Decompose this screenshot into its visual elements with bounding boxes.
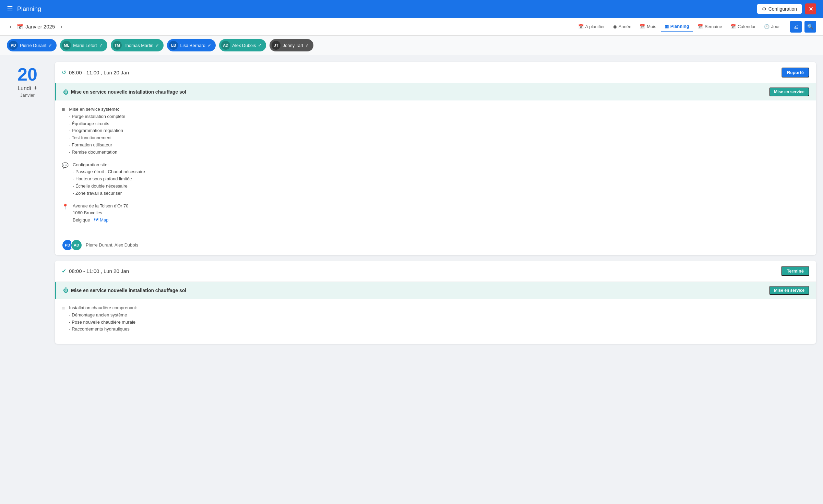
day-month: Janvier (7, 93, 48, 98)
planning-grid-icon: ▦ (665, 24, 669, 29)
tab-jour[interactable]: 🕐 Jour (761, 22, 783, 31)
clock-refresh-icon: ↺ (62, 69, 66, 76)
user-chip-pierre-durant[interactable]: PD Pierre Durant ✓ (7, 39, 57, 51)
map-icon: 🗺 (94, 217, 98, 224)
tab-calendar[interactable]: 📅 Calendar (727, 22, 759, 31)
avatar-ad: AD (71, 239, 82, 251)
month-label: Janvier 2025 (25, 24, 55, 29)
tab-mois[interactable]: 📅 Mois (636, 22, 659, 31)
card-header-2: ✔ 08:00 - 11:00 , Lun 20 Jan Terminé (55, 261, 816, 282)
service-row-2: ⏻ Mise en service nouvelle installation … (55, 282, 816, 299)
user-chip-label-marie: Marie Lefort (73, 43, 97, 48)
main-content: 20 Lundi + Janvier ↺ 08:00 - 11:00 , Lun… (0, 55, 823, 351)
service-name-2: Mise en service nouvelle installation ch… (71, 288, 186, 293)
card-time-label-1: 08:00 - 11:00 , Lun 20 Jan (69, 70, 129, 75)
avatar-pierre-durant: PD (9, 41, 18, 50)
card-time-2: ✔ 08:00 - 11:00 , Lun 20 Jan (62, 268, 129, 274)
planning-card-2: ✔ 08:00 - 11:00 , Lun 20 Jan Terminé ⏻ M… (55, 261, 816, 344)
avatar-thomas-martin: TM (113, 41, 122, 50)
tab-semaine[interactable]: 📅 Semaine (694, 22, 726, 31)
print-button[interactable]: 🖨 (790, 21, 802, 33)
user-chip-marie-lefort[interactable]: ML Marie Lefort ✓ (60, 39, 107, 51)
tab-a-planifier[interactable]: 📅 A planifier (575, 22, 608, 31)
add-event-button[interactable]: + (34, 85, 37, 92)
prev-month-button[interactable]: ‹ (7, 22, 14, 31)
card-section-list-1: ≡ Mise en service système: - Purge insta… (62, 106, 809, 156)
card-section-address-1: 📍 Avenue de la Toison d'Or 70 1060 Bruxe… (62, 203, 809, 224)
print-icon: 🖨 (794, 24, 799, 29)
card-header-1: ↺ 08:00 - 11:00 , Lun 20 Jan Reporté (55, 62, 816, 83)
user-chip-johny-tart[interactable]: JT Johny Tart ✓ (270, 39, 313, 51)
map-link-1[interactable]: 🗺 Map (94, 217, 108, 224)
day-name: Lundi (17, 85, 31, 92)
card-body-1: ≡ Mise en service système: - Purge insta… (55, 100, 816, 235)
user-chip-lisa-bernard[interactable]: LB Lisa Bernard ✓ (167, 39, 216, 51)
card-section-text-list-2: Installation chaudière comprenant: - Dém… (69, 304, 137, 333)
tab-planning[interactable]: ▦ Planning (661, 22, 693, 32)
card-section-text-address-1: Avenue de la Toison d'Or 70 1060 Bruxell… (73, 203, 128, 224)
status-badge-termine[interactable]: Terminé (781, 266, 809, 276)
checkmark-icon: ✓ (305, 43, 309, 48)
card-body-2: ≡ Installation chaudière comprenant: - D… (55, 299, 816, 344)
user-chip-alex-dubois[interactable]: AD Alex Dubois ✓ (219, 39, 266, 51)
search-button[interactable]: 🔍 (804, 21, 816, 33)
tab-annee[interactable]: ◉ Année (610, 22, 635, 31)
grid-icon: 📅 (640, 24, 645, 29)
list-icon-2: ≡ (62, 304, 65, 333)
gear-icon: ⚙ (762, 6, 766, 12)
checkmark-icon: ✓ (48, 43, 52, 48)
avatar-marie-lefort: ML (62, 41, 71, 50)
app-title: Planning (17, 5, 41, 13)
month-title: 📅 Janvier 2025 (17, 24, 55, 30)
header-right: ⚙ Configuration ✕ (757, 3, 816, 14)
user-chip-label-lisa: Lisa Bernard (180, 43, 205, 48)
calendar2-icon: 📅 (730, 24, 736, 29)
service-type-badge-1[interactable]: Mise en service (769, 87, 809, 96)
map-link-label-1: Map (100, 217, 108, 224)
checkmark-icon: ✓ (99, 43, 103, 48)
menu-icon[interactable]: ☰ (7, 5, 13, 13)
check-circle-icon: ✔ (62, 268, 66, 274)
pin-icon: 📍 (62, 203, 69, 224)
avatar-alex-dubois: AD (221, 41, 230, 50)
avatar-lisa-bernard: LB (169, 41, 178, 50)
status-badge-reported[interactable]: Reporté (782, 68, 809, 77)
header-left: ☰ Planning (7, 5, 41, 13)
calendar-icon: 📅 (17, 24, 23, 30)
app-header: ☰ Planning ⚙ Configuration ✕ (0, 0, 823, 18)
configuration-button[interactable]: ⚙ Configuration (757, 4, 802, 14)
card-assignees-1: PD AD Pierre Durant, Alex Dubois (55, 235, 816, 255)
service-label-1: ⏻ Mise en service nouvelle installation … (63, 89, 186, 95)
checkmark-icon: ✓ (258, 43, 262, 48)
list-icon: ≡ (62, 106, 65, 156)
close-icon: ✕ (809, 6, 813, 12)
layers-icon: ◉ (613, 24, 617, 29)
power-icon-2: ⏻ (63, 287, 68, 293)
card-section-text-list-1: Mise en service système: - Purge install… (69, 106, 125, 156)
user-filters: PD Pierre Durant ✓ ML Marie Lefort ✓ TM … (0, 36, 823, 55)
calendar-small-icon: 📅 (578, 24, 584, 29)
card-section-text-chat-1: Configuration site: - Passage étroit - C… (73, 161, 145, 197)
card-time-1: ↺ 08:00 - 11:00 , Lun 20 Jan (62, 69, 129, 76)
checkmark-icon: ✓ (207, 43, 212, 48)
day-label: 20 Lundi + Janvier (7, 62, 48, 344)
user-chip-label-pierre: Pierre Durant (20, 43, 46, 48)
search-icon: 🔍 (807, 24, 814, 30)
checkmark-icon: ✓ (155, 43, 159, 48)
clock-icon: 🕐 (764, 24, 770, 29)
day-number: 20 (7, 65, 48, 83)
avatar-johny-tart: JT (272, 41, 281, 50)
service-label-2: ⏻ Mise en service nouvelle installation … (63, 287, 186, 293)
next-month-button[interactable]: › (58, 22, 65, 31)
user-chip-label-alex: Alex Dubois (232, 43, 256, 48)
nav-bar: ‹ 📅 Janvier 2025 › 📅 A planifier ◉ Année… (0, 18, 823, 36)
assignee-avatars-1: PD AD (62, 239, 82, 251)
card-section-chat-1: 💬 Configuration site: - Passage étroit -… (62, 161, 809, 197)
user-chip-thomas-martin[interactable]: TM Thomas Martin ✓ (111, 39, 164, 51)
user-chip-label-thomas: Thomas Martin (124, 43, 154, 48)
card-time-label-2: 08:00 - 11:00 , Lun 20 Jan (69, 268, 129, 274)
service-type-badge-2[interactable]: Mise en service (769, 286, 809, 295)
close-button[interactable]: ✕ (805, 3, 816, 14)
power-icon: ⏻ (63, 89, 68, 95)
config-label: Configuration (768, 6, 797, 12)
